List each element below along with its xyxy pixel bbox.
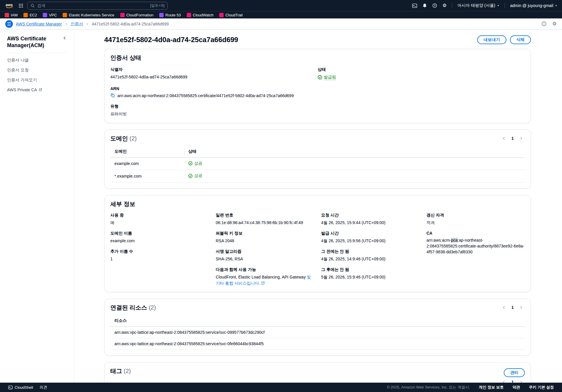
eks-service-icon — [63, 13, 67, 17]
previous-page-icon[interactable] — [500, 136, 508, 141]
card-title: 세부 정보 — [110, 200, 525, 208]
search-bar[interactable]: [알트+S] — [27, 2, 168, 10]
top-navigation: aws [알트+S] — [0, 0, 562, 11]
status-label: 상태 — [318, 67, 525, 72]
sidebar-item-request-certificate[interactable]: 인증서 요청 — [0, 65, 74, 75]
external-link-icon — [39, 88, 42, 92]
favorite-route53[interactable]: Route 53 — [159, 13, 181, 17]
table-row: example.com 성공 — [110, 157, 525, 170]
page-settings-gear-icon[interactable]: ⚙ — [552, 21, 557, 27]
next-page-icon[interactable] — [517, 379, 525, 383]
domains-table: 도메인 상태 example.com — [110, 147, 525, 183]
current-page[interactable]: 1 — [509, 305, 516, 310]
page-title: 4471e52f-5802-4d0a-ad74-25ca7a66d699 — [104, 36, 238, 44]
domain-cell: example.com — [110, 157, 184, 170]
settings-gear-icon[interactable]: ⚙ — [442, 3, 446, 8]
favorite-cloudtrail[interactable]: CloudTrail — [219, 13, 243, 17]
resources-pagination: 1 — [500, 305, 525, 310]
domains-pagination: 1 — [500, 136, 525, 141]
current-page[interactable]: 1 — [509, 380, 516, 383]
divider — [452, 3, 452, 8]
copy-icon[interactable] — [110, 93, 115, 98]
arn-label: ARN — [110, 86, 318, 91]
cookie-preferences-link[interactable]: 쿠키 기본 설정 — [529, 385, 554, 390]
cloudshell-icon[interactable] — [412, 3, 417, 8]
chevron-down-icon: ▼ — [555, 4, 557, 7]
resource-column-header[interactable]: 리소스 — [110, 316, 525, 327]
arn-value: arn:aws:acm:ap-northeast-2:084375585825:… — [117, 93, 294, 99]
sidebar-title: AWS Certificate Manager(ACM) — [7, 35, 54, 49]
next-page-icon[interactable] — [517, 136, 525, 141]
breadcrumb-bar: AWS Certificate Manager 인증서 4471e52f-580… — [0, 18, 562, 30]
privacy-link[interactable]: 개인 정보 보호 — [479, 385, 504, 390]
footer-feedback-link[interactable]: 의견 — [40, 385, 47, 390]
info-icon[interactable] — [542, 21, 546, 26]
notifications-bell-icon[interactable] — [422, 3, 427, 8]
status-badge[interactable]: 발급됨 — [318, 74, 336, 80]
identifier-value: 4471e52f-5802-4d0a-ad74-25ca7a66d699 — [110, 74, 318, 80]
cloudtrail-service-icon — [219, 13, 224, 17]
svg-text:aws: aws — [6, 3, 13, 7]
domains-card: 도메인 (2) 1 — [104, 130, 531, 189]
type-value: 프라이빗 — [110, 111, 318, 117]
sidebar-collapse-icon[interactable] — [63, 36, 67, 40]
vpc-service-icon — [43, 13, 47, 17]
aws-logo[interactable]: aws — [5, 2, 15, 9]
divider — [7, 53, 67, 53]
status-cell: 성공 — [184, 170, 525, 183]
next-page-icon[interactable] — [517, 305, 525, 310]
breadcrumb-service-link[interactable]: AWS Certificate Manager — [16, 22, 62, 26]
resource-arn-cell: arn:aws:vpc-lattice:ap-northeast-2:08437… — [110, 338, 525, 350]
tags-pagination: 1 — [500, 379, 525, 383]
search-input[interactable] — [37, 3, 148, 8]
check-circle-icon — [188, 161, 193, 166]
highlighted-text: pca — [451, 238, 458, 243]
route53-service-icon — [159, 13, 164, 17]
chevron-right-icon — [65, 23, 68, 25]
external-link-icon — [261, 281, 265, 285]
search-icon — [30, 4, 35, 8]
main-content: 4471e52f-5802-4d0a-ad74-25ca7a66d699 내보내… — [74, 30, 562, 383]
favorite-cloudformation[interactable]: CloudFormation — [120, 13, 154, 17]
favorite-cloudwatch[interactable]: CloudWatch — [187, 13, 213, 17]
side-navigation: AWS Certificate Manager(ACM) 인증서 나열 인증서 … — [0, 30, 74, 383]
cloudwatch-service-icon — [187, 13, 191, 17]
card-title: 태그 (2) — [110, 367, 131, 375]
breadcrumb-current: 4471e52f-5802-4d0a-ad74-25ca7a66d699 — [92, 22, 169, 26]
footer-cloudshell-button[interactable]: CloudShell — [8, 385, 33, 390]
resource-arn-cell: arn:aws:vpc-lattice:ap-northeast-2:08437… — [110, 327, 525, 338]
ca-arn-value: arn:aws:acm-pca:ap-northeast-2:084375585… — [426, 237, 525, 255]
services-grid-icon[interactable] — [19, 4, 23, 8]
region-selector[interactable]: 아시아 태평양 (서울)▼ — [458, 3, 499, 8]
search-shortcut: [알트+S] — [150, 3, 165, 8]
current-page[interactable]: 1 — [509, 136, 516, 141]
resources-table: 리소스 arn:aws:vpc-lattice:ap-northeast-2:0… — [110, 316, 525, 350]
previous-page-icon[interactable] — [500, 305, 508, 310]
favorites-bar: IAM EC2 VPC Elastic Kubernetes Service C… — [0, 11, 562, 18]
breadcrumb-certificates-link[interactable]: 인증서 — [71, 21, 83, 27]
domain-column-header[interactable]: 도메인 — [110, 147, 184, 158]
cloudformation-service-icon — [120, 13, 125, 17]
side-nav-toggle[interactable] — [5, 20, 13, 28]
type-label: 유형 — [110, 104, 318, 109]
sidebar-item-import-certificate[interactable]: 인증서 가져오기 — [0, 75, 74, 85]
delete-button[interactable]: 삭제 — [510, 35, 531, 44]
details-card: 세부 정보 사용 중 예 도메인 이름 example.com 추가 이름 수 — [104, 195, 531, 292]
sidebar-item-list-certificates[interactable]: 인증서 나열 — [0, 55, 74, 65]
terms-link[interactable]: 약관 — [513, 385, 520, 390]
status-column-header[interactable]: 상태 — [184, 147, 525, 158]
account-menu[interactable]: admin @ juyoung-gmail▼ — [510, 3, 557, 8]
export-button[interactable]: 내보내기 — [477, 35, 506, 44]
manage-tags-button[interactable]: 관리 — [504, 368, 525, 377]
previous-page-icon[interactable] — [500, 379, 508, 383]
check-circle-icon — [318, 75, 322, 80]
favorite-vpc[interactable]: VPC — [43, 13, 57, 17]
favorite-eks[interactable]: Elastic Kubernetes Service — [63, 13, 114, 17]
sidebar-item-private-ca[interactable]: AWS Private CA — [0, 85, 74, 94]
copyright-text: © 2025, Amazon Web Services, Inc. 또는 계열사… — [387, 385, 470, 390]
domain-cell: *.example.com — [110, 170, 184, 183]
table-row: *.example.com 성공 — [110, 170, 525, 183]
favorite-ec2[interactable]: EC2 — [23, 13, 37, 17]
help-icon[interactable]: ? — [432, 3, 437, 8]
favorite-iam[interactable]: IAM — [5, 13, 18, 17]
